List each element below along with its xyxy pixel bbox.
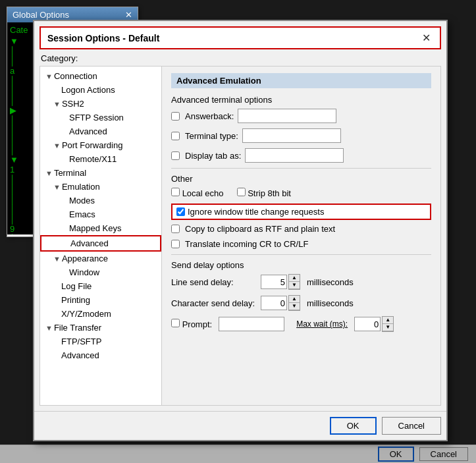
- category-label: Category:: [34, 49, 446, 66]
- line-delay-down-button[interactable]: ▼: [289, 282, 300, 289]
- tree-item-window[interactable]: Window: [40, 265, 161, 279]
- char-send-delay-unit: milliseconds: [307, 298, 354, 308]
- tree-item-emulation[interactable]: ▼ Emulation: [40, 180, 161, 194]
- answerback-row: Answerback:: [171, 109, 431, 123]
- tree-item-xyz[interactable]: X/Y/Zmodem: [40, 307, 161, 321]
- tree-item-logon-actions[interactable]: Logon Actions: [40, 83, 161, 97]
- tree-item-log-file[interactable]: Log File: [40, 279, 161, 293]
- prompt-input[interactable]: [219, 317, 284, 331]
- strip-8th-bit-checkbox[interactable]: [237, 188, 246, 196]
- printing-label: Printing: [61, 295, 90, 305]
- translate-cr-row: Translate incoming CR to CR/LF: [171, 239, 431, 249]
- background-cancel-button[interactable]: Cancel: [419, 447, 468, 461]
- tree-item-file-transfer[interactable]: ▼ File Transfer: [40, 321, 161, 335]
- tree-item-mapped-keys[interactable]: Mapped Keys: [40, 221, 161, 235]
- session-titlebar: Session Options - Default ✕: [40, 26, 441, 49]
- logon-actions-label: Logon Actions: [61, 85, 115, 95]
- advanced-label: Advanced: [70, 238, 109, 248]
- answerback-text: Answerback:: [185, 111, 234, 121]
- emulation-label: Emulation: [62, 182, 100, 192]
- mapped-keys-label: Mapped Keys: [69, 223, 122, 233]
- display-tab-input[interactable]: [245, 148, 344, 163]
- copy-clipboard-text: Copy to clipboard as RTF and plain text: [185, 224, 335, 234]
- terminal-type-label[interactable]: Terminal type:: [171, 131, 238, 141]
- line-send-delay-input[interactable]: [261, 275, 287, 289]
- xyz-label: X/Y/Zmodem: [61, 309, 111, 319]
- tree-item-emacs[interactable]: Emacs: [40, 207, 161, 221]
- tree-item-connection[interactable]: ▼ Connection: [40, 69, 161, 83]
- appearance-label: Appearance: [62, 254, 108, 263]
- tree-item-port-forwarding[interactable]: ▼ Port Forwarding: [40, 138, 161, 152]
- display-tab-label[interactable]: Display tab as:: [171, 151, 241, 161]
- ssh2-label: SSH2: [62, 99, 84, 109]
- line-send-delay-unit: milliseconds: [307, 277, 354, 287]
- terminal-type-text: Terminal type:: [185, 131, 238, 141]
- ft-advanced-label: Advanced: [61, 350, 99, 360]
- char-delay-up-button[interactable]: ▲: [289, 296, 300, 303]
- advanced-terminal-options-label: Advanced terminal options: [171, 95, 431, 105]
- tree-item-modes[interactable]: Modes: [40, 194, 161, 207]
- char-send-delay-label: Character send delay:: [171, 298, 257, 308]
- answerback-input[interactable]: [238, 109, 336, 123]
- window-label: Window: [69, 267, 99, 277]
- tree-item-remote-x11[interactable]: Remote/X11: [40, 152, 161, 166]
- global-options-title: Global Options: [13, 10, 69, 20]
- max-wait-down-button[interactable]: ▼: [383, 324, 393, 331]
- emacs-label: Emacs: [69, 209, 95, 219]
- char-delay-down-button[interactable]: ▼: [289, 303, 300, 310]
- copy-clipboard-checkbox[interactable]: [171, 225, 180, 233]
- display-tab-text: Display tab as:: [185, 151, 241, 161]
- tree-item-ssh2-advanced[interactable]: Advanced: [40, 124, 161, 138]
- char-send-delay-row: Character send delay: ▲ ▼ milliseconds: [171, 295, 431, 311]
- line-delay-up-button[interactable]: ▲: [289, 275, 300, 282]
- section-header: Advanced Emulation: [171, 73, 431, 88]
- ignore-window-title-row: Ignore window title change requests: [171, 204, 431, 220]
- other-label: Other: [171, 174, 431, 184]
- tree-item-appearance[interactable]: ▼ Appearance: [40, 252, 161, 265]
- remote-x11-label: Remote/X11: [69, 154, 117, 164]
- max-wait-up-button[interactable]: ▲: [383, 317, 393, 324]
- copy-clipboard-row: Copy to clipboard as RTF and plain text: [171, 224, 431, 234]
- terminal-type-checkbox[interactable]: [171, 132, 180, 140]
- max-wait-input[interactable]: [354, 317, 381, 331]
- cancel-button[interactable]: Cancel: [382, 417, 441, 435]
- line-send-delay-row: Line send delay: ▲ ▼ milliseconds: [171, 274, 431, 290]
- char-send-delay-input[interactable]: [261, 296, 287, 310]
- ssh2-advanced-label: Advanced: [69, 126, 107, 136]
- tree-item-printing[interactable]: Printing: [40, 293, 161, 307]
- bottom-buttons: OK Cancel: [34, 411, 446, 440]
- answerback-checkbox[interactable]: [171, 112, 180, 121]
- tree-panel: ▼ Connection Logon Actions ▼ SSH2 SFTP S…: [40, 67, 162, 405]
- ok-button[interactable]: OK: [330, 417, 377, 435]
- tree-item-terminal[interactable]: ▼ Terminal: [40, 166, 161, 180]
- tree-item-ssh2[interactable]: ▼ SSH2: [40, 97, 161, 111]
- background-ok-button[interactable]: OK: [378, 447, 414, 462]
- answerback-label[interactable]: Answerback:: [171, 111, 234, 121]
- strip-8th-bit-label[interactable]: Strip 8th bit: [237, 188, 291, 198]
- terminal-type-input[interactable]: [242, 128, 341, 143]
- send-delay-label: Send delay options: [171, 260, 431, 270]
- port-forwarding-label: Port Forwarding: [62, 140, 122, 150]
- terminal-label: Terminal: [54, 168, 86, 178]
- tree-item-ftp-sftp[interactable]: FTP/SFTP: [40, 335, 161, 348]
- line-send-delay-label: Line send delay:: [171, 277, 257, 287]
- session-close-button[interactable]: ✕: [419, 32, 433, 44]
- prompt-checkbox[interactable]: [171, 319, 180, 327]
- local-echo-text: Local echo: [182, 188, 224, 198]
- display-tab-checkbox[interactable]: [171, 151, 180, 160]
- local-echo-label[interactable]: Local echo: [171, 188, 224, 198]
- translate-cr-label[interactable]: Translate incoming CR to CR/LF: [171, 239, 308, 249]
- max-wait-label: Max wait (ms):: [296, 319, 348, 329]
- terminal-type-row: Terminal type:: [171, 128, 431, 143]
- local-echo-checkbox[interactable]: [171, 188, 180, 196]
- tree-item-ft-advanced[interactable]: Advanced: [40, 348, 161, 362]
- tree-item-sftp[interactable]: SFTP Session: [40, 111, 161, 124]
- translate-cr-checkbox[interactable]: [171, 240, 180, 248]
- global-close-icon[interactable]: ✕: [125, 10, 132, 20]
- prompt-label[interactable]: Prompt:: [171, 319, 212, 329]
- prompt-row: Prompt: Max wait (ms): ▲ ▼: [171, 316, 431, 332]
- ignore-window-title-checkbox[interactable]: [176, 207, 185, 216]
- copy-clipboard-label[interactable]: Copy to clipboard as RTF and plain text: [171, 224, 335, 234]
- prompt-text: Prompt:: [182, 319, 213, 329]
- tree-item-advanced[interactable]: Advanced: [40, 235, 161, 252]
